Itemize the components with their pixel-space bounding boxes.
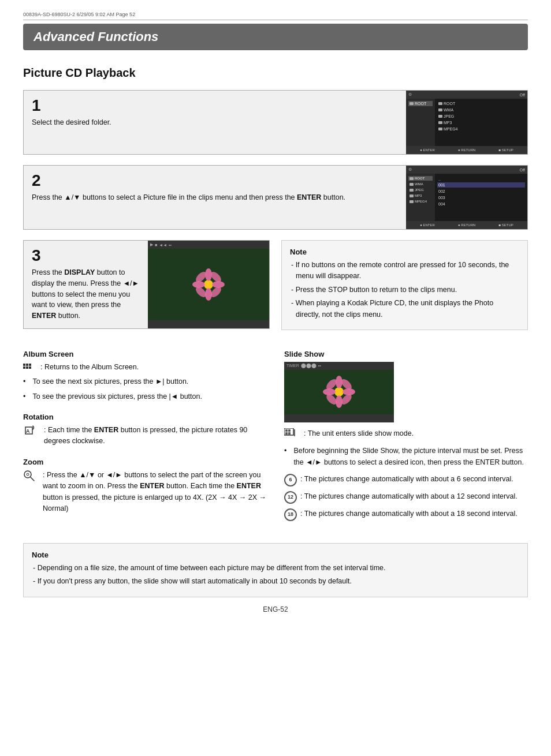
rotation-section: Rotation A : Each time the ENTER button … xyxy=(23,413,267,447)
slide-show-title: Slide Show xyxy=(284,350,528,358)
timer-text-18: : The pictures change automatically with… xyxy=(300,508,518,519)
step-3-screen: ▶ ■ ◄◄ •• xyxy=(148,241,269,328)
svg-rect-12 xyxy=(23,366,25,369)
svg-line-19 xyxy=(31,477,34,481)
step-1-left: 1 Select the desired folder. xyxy=(24,91,406,154)
timer-text-12: : The pictures change automatically with… xyxy=(300,491,518,502)
slide-show-screen: TIMER ⬤⬤⬤ •• xyxy=(284,362,394,422)
svg-rect-14 xyxy=(29,366,31,369)
step-2-box: 2 Press the ▲/▼ buttons to select a Pict… xyxy=(23,165,528,230)
note-1-item-3: When playing a Kodak Picture CD, the uni… xyxy=(290,298,519,320)
timer-row-6: 6 : The pictures change automatically wi… xyxy=(284,474,528,486)
album-screen-bullet2: • To see the next six pictures, press th… xyxy=(23,376,267,387)
slide-show-bullet1-text: : The unit enters slide show mode. xyxy=(304,428,414,439)
grid-icon xyxy=(23,362,36,373)
svg-point-17 xyxy=(24,471,31,478)
album-screen-bullet1: : Returns to the Album Screen. xyxy=(23,362,267,373)
album-screen-bullet3-dot: • xyxy=(23,391,25,402)
zoom-section: Zoom : Press the ▲/▼ or ◄/► buttons to s… xyxy=(23,458,267,515)
album-screen-bullet3-text: To see the previous six pictures, press … xyxy=(32,391,202,402)
timer-icon-6: 6 xyxy=(284,474,297,486)
note-1-list: If no buttons on the remote control are … xyxy=(290,260,519,320)
album-screen-bullet3: • To see the previous six pictures, pres… xyxy=(23,391,267,402)
slide-show-bullet2: • Before beginning the Slide Show, the p… xyxy=(284,446,528,468)
note-1-wrapper: Note If no buttons on the remote control… xyxy=(281,240,528,336)
slide-show-bullet1: : The unit enters slide show mode. xyxy=(284,428,528,441)
timer-row-18: 18 : The pictures change automatically w… xyxy=(284,508,528,521)
svg-point-18 xyxy=(27,473,29,476)
svg-rect-11 xyxy=(29,364,31,366)
svg-rect-33 xyxy=(288,432,291,435)
steps-area: 1 Select the desired folder. ⚙ Off ROOT xyxy=(23,90,528,336)
step-3-number: 3 xyxy=(32,248,140,264)
svg-rect-32 xyxy=(285,432,288,435)
rotation-title: Rotation xyxy=(23,413,267,421)
svg-point-20 xyxy=(334,387,344,396)
svg-rect-13 xyxy=(26,366,28,369)
step-3-wrapper: 3 Press the DISPLAY button to display th… xyxy=(23,240,270,336)
album-screen-bullet2-text: To see the next six pictures, press the … xyxy=(32,376,188,387)
timer-icon-18: 18 xyxy=(284,508,297,521)
rotate-icon: A xyxy=(23,425,36,441)
rotation-text: : Each time the ENTER button is pressed,… xyxy=(44,425,267,447)
right-col: Slide Show TIMER ⬤⬤⬤ •• xyxy=(284,350,528,532)
svg-rect-9 xyxy=(23,364,25,366)
step-2-screen: ⚙ Off ROOT WMA JPEG MP3 MPEG4 .. 001 002 xyxy=(406,166,527,229)
album-screen-bullet1-text: : Returns to the Album Screen. xyxy=(40,362,139,373)
step-2-left: 2 Press the ▲/▼ buttons to select a Pict… xyxy=(24,166,406,229)
svg-point-0 xyxy=(204,280,213,289)
timer-row-12: 12 : The pictures change automatically w… xyxy=(284,491,528,504)
timer-text-6: : The pictures change automatically with… xyxy=(300,474,513,485)
step-2-text: Press the ▲/▼ buttons to select a Pictur… xyxy=(32,192,398,203)
note-2-list: Depending on a file size, the amount of … xyxy=(32,563,519,587)
zoom-text: : Press the ▲/▼ or ◄/► buttons to select… xyxy=(43,470,267,515)
svg-rect-30 xyxy=(285,429,288,432)
step-1-box: 1 Select the desired folder. ⚙ Off ROOT xyxy=(23,90,528,155)
svg-text:A: A xyxy=(26,428,30,434)
svg-rect-10 xyxy=(26,364,28,366)
note-2-title: Note xyxy=(32,551,519,559)
section-header: Advanced Functions xyxy=(23,24,528,50)
note-1-title: Note xyxy=(290,248,519,256)
step3-and-note: 3 Press the DISPLAY button to display th… xyxy=(23,240,528,336)
step-1-number: 1 xyxy=(32,98,398,114)
zoom-title: Zoom xyxy=(23,458,267,466)
rotation-row: A : Each time the ENTER button is presse… xyxy=(23,425,267,447)
album-screen-title: Album Screen xyxy=(23,350,267,358)
slide-show-bullet2-text: Before beginning the Slide Show, the pic… xyxy=(293,446,528,468)
slide-show-mode-icon xyxy=(284,428,296,441)
slide-show-section: Slide Show TIMER ⬤⬤⬤ •• xyxy=(284,350,528,521)
step-3-text: Press the DISPLAY button to display the … xyxy=(32,267,140,321)
zoom-row: : Press the ▲/▼ or ◄/► buttons to select… xyxy=(23,470,267,515)
left-col: Album Screen : Returns to the Album Scre… xyxy=(23,350,267,532)
zoom-icon xyxy=(23,470,35,485)
note-2-item-2: If you don't press any button, the slide… xyxy=(32,576,519,587)
step-3-box: 3 Press the DISPLAY button to display th… xyxy=(23,240,270,329)
album-screen-bullet2-dot: • xyxy=(23,376,25,387)
step-3-left: 3 Press the DISPLAY button to display th… xyxy=(24,241,148,328)
slide-show-bullet2-dot: • xyxy=(284,446,286,456)
step-1-text: Select the desired folder. xyxy=(32,117,398,128)
section-title: Picture CD Playback xyxy=(23,66,528,80)
timer-icon-12: 12 xyxy=(284,491,297,504)
note-2-item-1: Depending on a file size, the amount of … xyxy=(32,563,519,574)
note-1-item-1: If no buttons on the remote control are … xyxy=(290,260,519,282)
svg-rect-31 xyxy=(288,429,291,432)
lower-section: Album Screen : Returns to the Album Scre… xyxy=(23,350,528,532)
page-header-meta: 00839A-SD-6980SU-2 6/29/05 9:02 AM Page … xyxy=(23,12,528,20)
page-number: ENG-52 xyxy=(23,605,528,613)
note-1-item-2: Press the STOP button to return to the c… xyxy=(290,285,519,295)
album-screen-section: Album Screen : Returns to the Album Scre… xyxy=(23,350,267,402)
note-1-block: Note If no buttons on the remote control… xyxy=(281,240,528,330)
step-1-screen: ⚙ Off ROOT ROOT WMA JPEG MP3 xyxy=(406,91,527,154)
step-2-number: 2 xyxy=(32,173,398,189)
note-2-block: Note Depending on a file size, the amoun… xyxy=(23,543,528,597)
